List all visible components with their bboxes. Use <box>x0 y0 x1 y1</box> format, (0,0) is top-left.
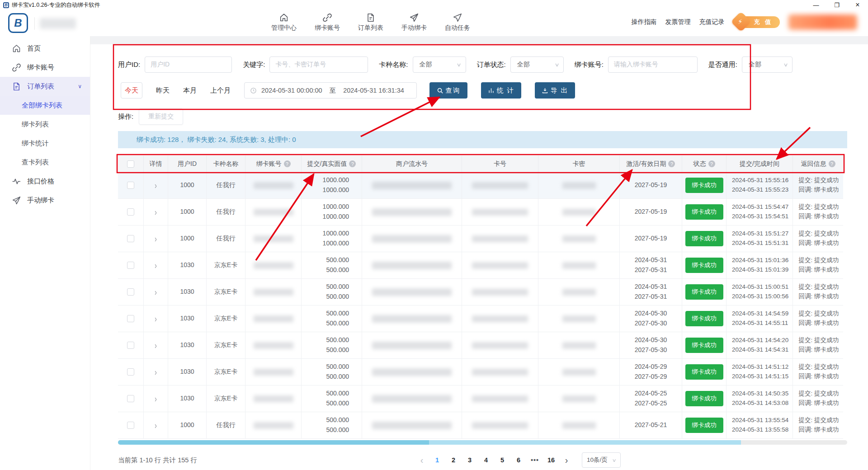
quick-yesterday-button[interactable]: 昨天 <box>156 86 170 95</box>
sidebar-subitem[interactable]: 绑卡列表 <box>0 115 90 134</box>
header-link[interactable]: 充值记录 <box>699 18 724 26</box>
order-status-select[interactable]: 全部∨ <box>510 56 564 73</box>
horizontal-scrollbar[interactable] <box>118 440 847 445</box>
app-logo-icon: B <box>3 2 9 8</box>
resubmit-button[interactable]: 重新提交 <box>139 108 183 125</box>
cell-activate-date: 2024-05-302027-05-30 <box>620 332 682 359</box>
cell-user-id: 1000 <box>168 412 207 439</box>
close-button[interactable]: × <box>847 0 868 10</box>
header-link[interactable]: 发票管理 <box>665 18 690 26</box>
redacted-balance-button[interactable] <box>788 14 857 30</box>
scrollbar-thumb[interactable] <box>118 440 429 445</box>
header-link[interactable]: 操作指南 <box>631 18 656 26</box>
filter-row-2: 今天 昨天 本月 上个月 2024-05-31 00:00:00 至 2024-… <box>121 82 575 99</box>
row-checkbox[interactable] <box>127 395 134 402</box>
help-icon[interactable]: ? <box>708 160 715 167</box>
col-activate-date: 激活/有效日期 <box>627 160 666 168</box>
cell-face-value: 500.000500.000 <box>302 359 362 385</box>
sidebar-item[interactable]: 接口价格 <box>0 172 90 191</box>
chevron-down-icon: ∨ <box>612 458 616 463</box>
search-button[interactable]: 查询 <box>429 82 467 99</box>
row-checkbox[interactable] <box>127 262 134 269</box>
expand-row-icon[interactable]: › <box>155 232 157 245</box>
cell-card-type: 京东E卡 <box>207 385 245 412</box>
row-checkbox[interactable] <box>127 422 134 429</box>
is-common-select[interactable]: 全部∨ <box>742 56 793 73</box>
help-icon[interactable]: ? <box>349 160 356 167</box>
row-checkbox[interactable] <box>127 368 134 376</box>
quick-today-button[interactable]: 今天 <box>121 82 142 99</box>
help-icon[interactable]: ? <box>829 160 835 167</box>
expand-row-icon[interactable]: › <box>155 179 157 192</box>
prev-page-button[interactable]: ‹ <box>416 455 427 465</box>
home-icon <box>279 13 289 23</box>
page-number[interactable]: 4 <box>480 456 492 464</box>
card-type-select[interactable]: 全部∨ <box>413 56 466 73</box>
cell-submit-time: 2024-05-31 14:51:122024-05-31 14:51:15 <box>726 359 793 385</box>
redacted-card-number <box>472 422 528 429</box>
minimize-button[interactable]: — <box>806 0 826 10</box>
page-number[interactable]: 5 <box>496 456 509 464</box>
page-number[interactable]: 2 <box>447 456 460 464</box>
recharge-button[interactable]: ⚡ 充 值 <box>740 16 780 28</box>
restore-button[interactable]: ❐ <box>826 0 847 10</box>
row-checkbox[interactable] <box>127 288 134 296</box>
top-nav-item[interactable]: 手动绑卡 <box>396 13 432 32</box>
cell-activate-date: 2024-05-292027-05-29 <box>620 359 682 385</box>
chevron-down-icon: ∨ <box>457 62 462 68</box>
bind-account-input[interactable]: 请输入绑卡账号 <box>608 56 698 73</box>
sidebar-subitem[interactable]: 查卡列表 <box>0 153 90 172</box>
row-checkbox[interactable] <box>127 342 134 349</box>
row-checkbox[interactable] <box>127 182 134 189</box>
expand-row-icon[interactable]: › <box>155 205 157 219</box>
user-id-input[interactable]: 用户ID <box>145 56 232 73</box>
sidebar-item[interactable]: 首页 <box>0 39 90 58</box>
redacted-merchant-serial <box>372 315 452 323</box>
page-number[interactable]: 3 <box>463 456 476 464</box>
sidebar-item[interactable]: 绑卡账号 <box>0 58 90 77</box>
sidebar-item[interactable]: 手动绑卡 <box>0 191 90 210</box>
cell-user-id: 1030 <box>168 385 207 412</box>
help-icon[interactable]: ? <box>668 160 675 167</box>
sidebar-subitem[interactable]: 全部绑卡列表 <box>0 96 90 115</box>
page-number[interactable]: 16 <box>545 456 557 464</box>
cell-submit-time: 2024-05-31 15:00:512024-05-31 15:00:56 <box>726 279 793 306</box>
expand-row-icon[interactable]: › <box>155 312 157 325</box>
page-number[interactable]: ••• <box>528 456 541 464</box>
expand-row-icon[interactable]: › <box>155 338 157 352</box>
expand-row-icon[interactable]: › <box>155 392 157 405</box>
expand-row-icon[interactable]: › <box>155 258 157 272</box>
page-number[interactable]: 1 <box>431 456 443 464</box>
top-nav-item[interactable]: 管理中心 <box>266 13 302 32</box>
sidebar-item[interactable]: 订单列表 ∨ <box>0 77 90 96</box>
date-range-input[interactable]: 2024-05-31 00:00:00 至 2024-05-31 16:31:3… <box>244 82 417 99</box>
status-badge: 绑卡成功 <box>685 338 723 353</box>
next-page-button[interactable]: › <box>561 455 572 465</box>
scrollbar-thumb-light[interactable] <box>429 440 741 445</box>
col-face-value: 提交/真实面值 <box>307 160 347 168</box>
page-number[interactable]: 6 <box>512 456 525 464</box>
help-icon[interactable]: ? <box>284 160 291 167</box>
page-size-select[interactable]: 10条/页∨ <box>582 452 621 468</box>
cell-return-info: 提交: 提交成功回调: 绑卡成功 <box>793 252 843 279</box>
row-checkbox[interactable] <box>127 208 134 216</box>
keyword-input[interactable]: 卡号、卡密订单号 <box>269 56 368 73</box>
cell-submit-time: 2024-05-31 14:50:352024-05-31 14:53:08 <box>726 385 793 412</box>
top-nav-item[interactable]: 自动任务 <box>439 13 476 32</box>
row-checkbox[interactable] <box>127 235 134 242</box>
table-row: › 1030 京东E卡 500.000500.000 2024-05-31202… <box>118 279 843 306</box>
quick-last-month-button[interactable]: 上个月 <box>210 86 231 95</box>
select-all-checkbox[interactable] <box>127 160 134 168</box>
sidebar-subitem[interactable]: 绑卡统计 <box>0 134 90 153</box>
row-checkbox[interactable] <box>127 315 134 322</box>
top-nav-item[interactable]: 绑卡账号 <box>309 13 345 32</box>
cell-face-value: 500.000500.000 <box>302 385 362 412</box>
top-nav-item[interactable]: 订单列表 <box>353 13 389 32</box>
expand-row-icon[interactable]: › <box>155 365 157 379</box>
export-button[interactable]: 导 出 <box>535 82 575 99</box>
quick-this-month-button[interactable]: 本月 <box>183 86 197 95</box>
statistics-button[interactable]: 统 计 <box>481 82 521 99</box>
row-count-summary: 当前第 1-10 行 共计 155 行 <box>118 452 197 468</box>
expand-row-icon[interactable]: › <box>155 285 157 299</box>
expand-row-icon[interactable]: › <box>155 418 157 432</box>
